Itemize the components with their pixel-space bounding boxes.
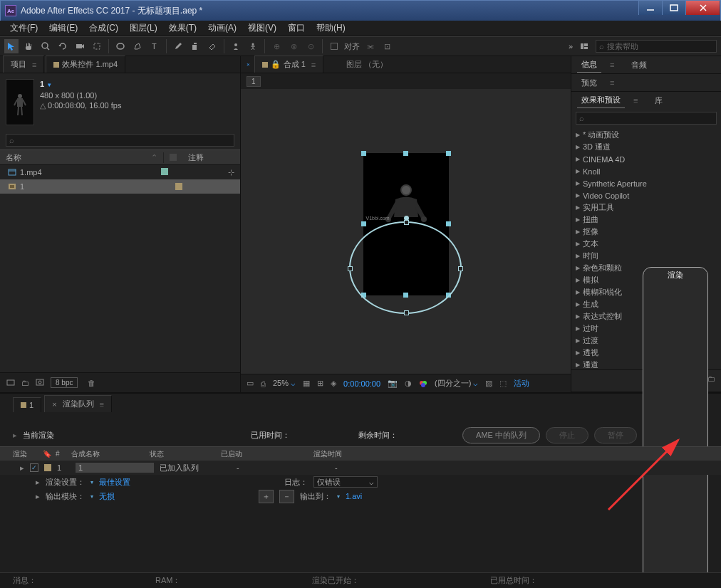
text-tool[interactable]: T — [147, 39, 162, 53]
pause-button[interactable]: 暂停 — [594, 427, 637, 443]
new-comp-icon[interactable] — [35, 377, 45, 389]
output-module-link[interactable]: 无损 — [99, 491, 115, 502]
delete-icon[interactable]: 🗑 — [88, 379, 95, 387]
pen-tool[interactable] — [130, 39, 145, 53]
menu-effect[interactable]: 效果(T) — [165, 21, 201, 36]
video-layer[interactable]: V1bbi.com — [363, 153, 449, 295]
tab-effects-presets[interactable]: 效果和预设 — [577, 93, 625, 108]
stop-button[interactable]: 停止 — [546, 427, 588, 443]
effect-category[interactable]: ▶文本 — [571, 238, 721, 250]
effect-category[interactable]: ▶Video Copilot — [571, 189, 721, 201]
shape-ellipse[interactable] — [349, 221, 462, 314]
snap-extend-icon[interactable]: ⊡ — [380, 39, 394, 53]
lock-icon[interactable]: 🔒 — [271, 60, 281, 69]
effect-category[interactable]: ▶抠像 — [571, 226, 721, 238]
local-axis-icon[interactable]: ⊕ — [269, 39, 284, 53]
add-output-icon[interactable]: ＋ — [259, 490, 274, 503]
tab-timeline-comp[interactable]: 1 — [13, 397, 41, 412]
transparency-icon[interactable]: ▨ — [485, 379, 492, 388]
close-button[interactable] — [685, 1, 720, 15]
col-comment[interactable]: 注释 — [188, 152, 204, 163]
show-snapshot-icon[interactable]: ◑ — [405, 379, 412, 388]
toggle-mask-icon[interactable]: ⎙ — [261, 379, 266, 388]
tab-audio[interactable]: 音频 — [627, 58, 651, 73]
pan-behind-tool[interactable] — [90, 39, 104, 53]
resolution-full-icon[interactable]: ▦ — [303, 379, 310, 388]
world-axis-icon[interactable]: ⊗ — [286, 39, 301, 53]
flowchart-mini-icon[interactable]: ⊹ — [228, 168, 234, 177]
tab-info[interactable]: 信息 — [577, 57, 601, 73]
roto-tool[interactable] — [229, 39, 243, 53]
menu-animation[interactable]: 动画(A) — [204, 21, 241, 36]
help-search[interactable]: ⌕ 搜索帮助 — [596, 40, 717, 53]
active-camera-dropdown[interactable]: 活动 — [514, 378, 529, 389]
menu-edit[interactable]: 编辑(E) — [45, 21, 82, 36]
zoom-dropdown[interactable]: 25% ⌵ — [273, 379, 296, 388]
zoom-tool[interactable] — [38, 39, 53, 53]
timecode-display[interactable]: 0:00:00:00 — [343, 379, 380, 388]
tab-preview[interactable]: 预览 — [577, 75, 601, 90]
effect-category[interactable]: ▶实用工具 — [571, 201, 721, 214]
output-file-link[interactable]: 1.avi — [346, 492, 362, 500]
effect-category[interactable]: ▶时间 — [571, 250, 721, 262]
rectangle-tool[interactable] — [113, 39, 128, 53]
render-queue-item[interactable]: ▸ ✓ 1 1 已加入队列 - - — [0, 461, 721, 475]
effect-category[interactable]: ▶Synthetic Aperture — [571, 177, 721, 189]
3d-view-icon[interactable]: ⬚ — [499, 379, 507, 388]
bpc-button[interactable]: 8 bpc — [51, 377, 78, 388]
log-dropdown[interactable]: 仅错误⌵ — [313, 476, 378, 488]
tab-composition[interactable]: 🔒 合成 1 ≡ — [254, 56, 324, 73]
menu-view[interactable]: 视图(V) — [244, 21, 281, 36]
tab-library[interactable]: 库 — [650, 93, 667, 108]
effect-category[interactable]: ▶Knoll — [571, 165, 721, 177]
menu-window[interactable]: 窗口 — [284, 21, 309, 36]
snap-options-icon[interactable]: ⫘ — [363, 39, 377, 53]
composition-viewer[interactable]: V1bbi.com — [241, 89, 571, 374]
tab-render-queue[interactable]: ×渲染队列≡ — [44, 395, 112, 412]
label-swatch-icon[interactable] — [170, 154, 177, 161]
snapshot-icon[interactable]: 📷 — [388, 379, 398, 388]
roi-icon[interactable]: ◈ — [331, 379, 336, 388]
resolution-half-icon[interactable]: ⊞ — [317, 379, 323, 388]
effect-category[interactable]: ▶* 动画预设 — [571, 129, 721, 141]
project-item-comp[interactable]: 1 — [0, 179, 240, 194]
magnification-icon[interactable]: ▭ — [247, 379, 254, 388]
nav-arrow-icon[interactable]: × — [247, 61, 250, 68]
project-item-footage[interactable]: 1.mp4 ⊹ — [0, 165, 240, 179]
effects-search[interactable]: ⌕ — [576, 112, 717, 125]
remove-output-icon[interactable]: － — [279, 490, 294, 503]
interpret-footage-icon[interactable] — [6, 377, 16, 389]
menu-help[interactable]: 帮助(H) — [312, 21, 350, 36]
maximize-button[interactable] — [662, 1, 685, 15]
panel-menu-icon[interactable]: ≡ — [32, 61, 36, 69]
col-name[interactable]: 名称 — [6, 152, 21, 163]
view-axis-icon[interactable]: ⊙ — [304, 39, 318, 53]
layer-marker[interactable]: 1 — [247, 76, 261, 87]
channel-icon[interactable] — [419, 379, 427, 389]
ame-queue-button[interactable]: AME 中的队列 — [462, 427, 540, 443]
effect-category[interactable]: ▶3D 通道 — [571, 141, 721, 153]
camera-tool[interactable] — [73, 39, 87, 53]
menu-layer[interactable]: 图层(L) — [125, 21, 162, 36]
render-button[interactable]: 渲染 — [643, 267, 708, 588]
selection-tool[interactable] — [4, 39, 19, 53]
flowchart-icon[interactable]: ▼ — [46, 82, 52, 88]
tab-project[interactable]: 项目≡ — [3, 56, 44, 73]
effect-category[interactable]: ▶CINEMA 4D — [571, 153, 721, 165]
new-bin-icon[interactable]: 🗀 — [707, 374, 715, 383]
resolution-dropdown[interactable]: (四分之一) ⌵ — [435, 378, 478, 389]
new-folder-icon[interactable]: 🗀 — [21, 379, 29, 387]
eraser-tool[interactable] — [205, 39, 219, 53]
overflow-icon[interactable]: » — [569, 42, 573, 51]
brush-tool[interactable] — [171, 39, 185, 53]
project-search[interactable]: ⌕ — [6, 134, 234, 147]
puppet-tool[interactable] — [246, 39, 260, 53]
workspace-icon[interactable] — [577, 39, 591, 53]
minimize-button[interactable] — [638, 1, 662, 15]
tab-effect-controls[interactable]: 效果控件 1.mp4 — [46, 56, 125, 73]
layer-panel-label[interactable]: 图层 （无） — [346, 59, 388, 70]
render-settings-link[interactable]: 最佳设置 — [99, 477, 130, 488]
snap-checkbox[interactable] — [327, 39, 341, 53]
menu-file[interactable]: 文件(F) — [6, 21, 42, 36]
effect-category[interactable]: ▶扭曲 — [571, 214, 721, 226]
